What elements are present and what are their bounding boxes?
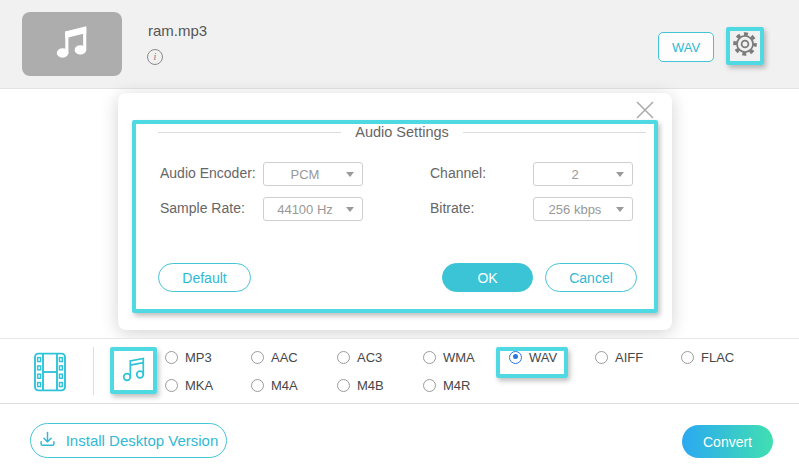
close-icon[interactable] [633, 98, 657, 122]
format-label: M4R [443, 378, 470, 393]
download-icon [39, 431, 56, 451]
format-label: AAC [271, 350, 298, 365]
radio-icon[interactable] [595, 351, 608, 364]
sample-rate-label: Sample Rate: [160, 200, 245, 216]
ok-button[interactable]: OK [442, 263, 533, 292]
format-label: MKA [185, 378, 213, 393]
format-option-m4b[interactable]: M4B [337, 377, 384, 393]
audio-settings-dialog: Audio Settings Audio Encoder: PCM Channe… [118, 93, 672, 330]
channel-value: 2 [534, 167, 616, 182]
file-thumbnail [22, 12, 122, 76]
highlight-box-settings [726, 27, 764, 65]
convert-button[interactable]: Convert [682, 425, 773, 458]
format-option-ac3[interactable]: AC3 [337, 349, 382, 365]
radio-icon[interactable] [423, 351, 436, 364]
chevron-down-icon [616, 172, 624, 177]
install-label: Install Desktop Version [66, 432, 219, 449]
title-rule-left [158, 132, 341, 133]
bitrate-label: Bitrate: [430, 200, 474, 216]
format-option-wma[interactable]: WMA [423, 349, 475, 365]
radio-selected-icon[interactable] [509, 351, 522, 364]
info-icon[interactable]: i [147, 49, 163, 65]
sample-rate-value: 44100 Hz [264, 202, 346, 217]
bitrate-value: 256 kbps [534, 202, 616, 217]
audio-encoder-label: Audio Encoder: [160, 165, 256, 181]
audio-encoder-select[interactable]: PCM [263, 162, 363, 186]
dialog-title-row: Audio Settings [158, 124, 646, 140]
format-option-m4r[interactable]: M4R [423, 377, 470, 393]
chevron-down-icon [346, 207, 354, 212]
sample-rate-select[interactable]: 44100 Hz [263, 197, 363, 221]
channel-select[interactable]: 2 [533, 162, 633, 186]
radio-icon[interactable] [165, 351, 178, 364]
divider [93, 347, 94, 395]
format-label: WMA [443, 350, 475, 365]
radio-icon[interactable] [165, 379, 178, 392]
format-label: WAV [529, 350, 557, 365]
radio-icon[interactable] [251, 379, 264, 392]
chevron-down-icon [346, 172, 354, 177]
radio-icon[interactable] [681, 351, 694, 364]
chevron-down-icon [616, 207, 624, 212]
highlight-box-audio-tab [110, 347, 157, 394]
format-option-aac[interactable]: AAC [251, 349, 298, 365]
film-strip-icon[interactable] [33, 352, 67, 392]
music-note-icon[interactable] [119, 354, 149, 388]
footer-bar: Install Desktop Version Convert [0, 404, 799, 469]
default-button[interactable]: Default [158, 263, 251, 292]
top-bar: ram.mp3 i WAV [0, 0, 799, 89]
radio-icon[interactable] [423, 379, 436, 392]
radio-icon[interactable] [337, 351, 350, 364]
title-rule-right [463, 132, 646, 133]
music-note-icon [51, 21, 93, 67]
format-label: AC3 [357, 350, 382, 365]
format-option-mp3[interactable]: MP3 [165, 349, 212, 365]
radio-icon[interactable] [251, 351, 264, 364]
channel-label: Channel: [430, 165, 486, 181]
format-label: FLAC [701, 350, 734, 365]
format-label: M4A [271, 378, 298, 393]
audio-converter-app: { "header": { "filename": "ram.mp3", "fo… [0, 0, 799, 469]
bitrate-select[interactable]: 256 kbps [533, 197, 633, 221]
format-label: AIFF [615, 350, 643, 365]
gear-icon[interactable] [731, 30, 759, 62]
format-option-wav[interactable]: WAV [509, 349, 557, 365]
radio-icon[interactable] [337, 379, 350, 392]
format-option-m4a[interactable]: M4A [251, 377, 298, 393]
audio-encoder-value: PCM [264, 167, 346, 182]
install-desktop-button[interactable]: Install Desktop Version [30, 423, 227, 458]
file-name: ram.mp3 [148, 22, 207, 39]
dialog-title: Audio Settings [341, 124, 463, 140]
cancel-button[interactable]: Cancel [545, 263, 637, 292]
format-label: M4B [357, 378, 384, 393]
format-selection-bar: MP3 AAC AC3 WMA WAV AIFF FLAC MKA M4A M4… [0, 338, 799, 404]
format-label: MP3 [185, 350, 212, 365]
format-option-flac[interactable]: FLAC [681, 349, 734, 365]
format-option-mka[interactable]: MKA [165, 377, 213, 393]
format-option-aiff[interactable]: AIFF [595, 349, 643, 365]
output-format-button[interactable]: WAV [658, 32, 714, 62]
